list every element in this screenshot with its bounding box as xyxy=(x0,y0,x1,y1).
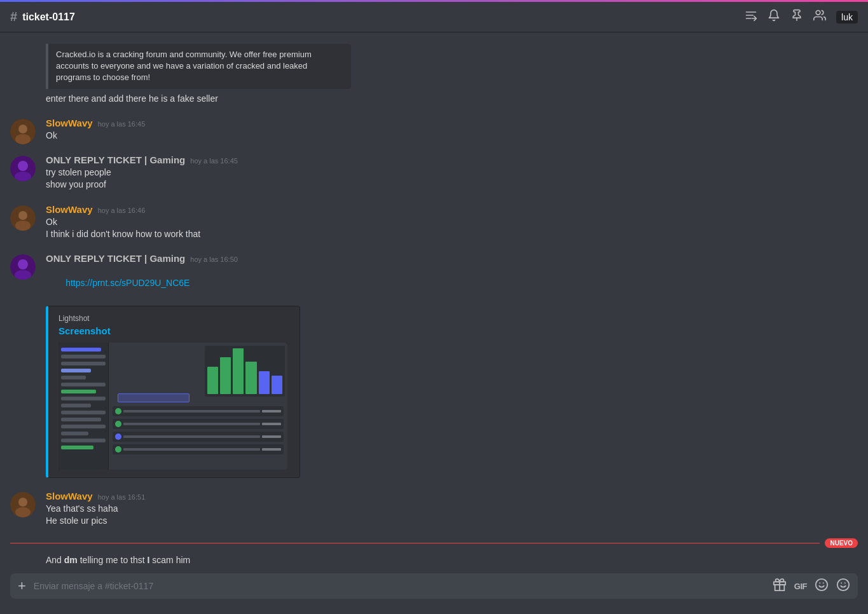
message-content-3: ONLY REPLY TICKET | Gaming hoy a las 16:… xyxy=(46,154,858,191)
nuevo-badge: NUEVO xyxy=(825,538,858,548)
members-icon[interactable] xyxy=(813,9,826,25)
message-content-6: SlowWavy hoy a las 16:51 Yea that's ss h… xyxy=(46,491,858,528)
message-group-4: SlowWavy hoy a las 16:46 OkI think i did… xyxy=(0,203,868,242)
svg-point-7 xyxy=(18,125,27,133)
link-url[interactable]: https://prnt.sc/sPUD29U_NC6E xyxy=(65,278,189,288)
timestamp-5: hoy a las 16:50 xyxy=(190,256,238,263)
add-attachment-button[interactable]: + xyxy=(18,578,26,594)
timestamp-6: hoy a las 16:51 xyxy=(98,493,146,501)
channel-name: ticket-0117 xyxy=(22,11,75,23)
message-text-3: try stolen people show you proof xyxy=(46,167,858,191)
avatar-bot-1 xyxy=(10,156,36,181)
svg-point-16 xyxy=(18,259,28,269)
threads-icon[interactable] xyxy=(745,9,757,25)
timestamp-2: hoy a las 16:45 xyxy=(98,120,146,128)
input-box: + GIF xyxy=(10,573,858,599)
message-text-7: And dm telling me to thst I scam him xyxy=(46,554,858,566)
fake-ss-messages xyxy=(113,406,284,470)
new-divider: NUEVO xyxy=(0,533,868,553)
message-header-2: SlowWavy hoy a las 16:45 xyxy=(46,118,858,128)
list-item xyxy=(113,406,284,416)
gif-icon[interactable]: GIF xyxy=(794,582,807,591)
message-header-6: SlowWavy hoy a las 16:51 xyxy=(46,491,858,501)
message-content-4: SlowWavy hoy a las 16:46 OkI think i did… xyxy=(46,204,858,241)
username-4[interactable]: SlowWavy xyxy=(46,204,93,215)
channel-hash-icon: # xyxy=(10,10,17,24)
svg-point-5 xyxy=(816,11,820,15)
username-3[interactable]: ONLY REPLY TICKET | Gaming xyxy=(46,154,185,165)
quote-block: Cracked.io is a cracking forum and commu… xyxy=(46,44,351,89)
emoji-icon[interactable] xyxy=(836,578,850,595)
top-bar: # ticket-0117 xyxy=(0,2,868,32)
avatar-slowwavy-3 xyxy=(10,492,36,517)
svg-point-23 xyxy=(816,578,827,590)
message-group-6: SlowWavy hoy a las 16:51 Yea that's ss h… xyxy=(0,489,868,529)
message-input[interactable] xyxy=(34,573,765,599)
fake-ss-chart xyxy=(205,346,285,397)
list-item xyxy=(113,419,284,429)
message-text-5: https://prnt.sc/sPUD29U_NC6E xyxy=(46,265,858,302)
message-content-1: Cracked.io is a cracking forum and commu… xyxy=(46,44,858,105)
message-text-1: enter there and add there he is a fake s… xyxy=(46,93,858,105)
fake-ss-sidebar xyxy=(59,343,109,470)
svg-point-20 xyxy=(15,507,31,517)
svg-point-19 xyxy=(18,498,27,507)
link-card-provider: Lightshot xyxy=(59,314,289,323)
fake-ss-main xyxy=(109,343,287,470)
username-6[interactable]: SlowWavy xyxy=(46,491,93,501)
message-header-4: SlowWavy hoy a las 16:46 xyxy=(46,204,858,215)
bell-icon[interactable] xyxy=(768,9,780,25)
message-group-2: SlowWavy hoy a las 16:45 Ok xyxy=(0,116,868,143)
link-embed-card: Lightshot Screenshot xyxy=(46,306,300,478)
username-2[interactable]: SlowWavy xyxy=(46,118,93,128)
link-card-title[interactable]: Screenshot xyxy=(59,325,289,336)
message-content-7: And dm telling me to thst I scam him xyxy=(46,554,858,566)
svg-point-14 xyxy=(15,221,31,231)
message-group-1: Cracked.io is a cracking forum and commu… xyxy=(0,43,868,106)
message-text-2: Ok xyxy=(46,130,858,142)
message-content-5: ONLY REPLY TICKET | Gaming hoy a las 16:… xyxy=(46,253,858,478)
quote-text: Cracked.io is a cracking forum and commu… xyxy=(56,50,312,82)
pin-icon[interactable] xyxy=(790,9,803,25)
avatar-slowwavy-2 xyxy=(10,205,36,231)
timestamp-4: hoy a las 16:46 xyxy=(98,207,146,214)
avatar-bot-2 xyxy=(10,254,36,280)
nuevo-section: NUEVO And dm telling me to thst I scam h… xyxy=(0,533,868,568)
user-name: luk xyxy=(836,11,858,24)
list-item xyxy=(113,432,284,442)
messages-area: Cracked.io is a cracking forum and commu… xyxy=(0,32,868,573)
message-text-6: Yea that's ss hahaHe stole ur pics xyxy=(46,503,858,528)
input-area: + GIF xyxy=(0,573,868,614)
top-bar-left: # ticket-0117 xyxy=(10,10,740,24)
sticker-icon[interactable] xyxy=(815,578,829,595)
message-content-2: SlowWavy hoy a las 16:45 Ok xyxy=(46,118,858,142)
username-5[interactable]: ONLY REPLY TICKET | Gaming xyxy=(46,253,185,264)
avatar-slowwavy-1 xyxy=(10,119,36,144)
message-group-3: ONLY REPLY TICKET | Gaming hoy a las 16:… xyxy=(0,153,868,193)
input-icons: GIF xyxy=(773,578,850,595)
svg-point-26 xyxy=(837,578,849,590)
list-item xyxy=(113,444,284,454)
top-bar-right: luk xyxy=(745,9,858,25)
timestamp-3: hoy a las 16:45 xyxy=(190,157,238,165)
message-group-7: And dm telling me to thst I scam him xyxy=(0,553,868,568)
fake-ss-highlight xyxy=(118,393,189,402)
message-header-3: ONLY REPLY TICKET | Gaming hoy a las 16:… xyxy=(46,154,858,165)
fake-screenshot xyxy=(59,343,287,470)
divider-line xyxy=(10,543,820,543)
message-header-5: ONLY REPLY TICKET | Gaming hoy a las 16:… xyxy=(46,253,858,264)
message-text-4: OkI think i did don't know how to work t… xyxy=(46,216,858,241)
svg-point-13 xyxy=(18,211,27,220)
gift-icon[interactable] xyxy=(773,578,787,595)
svg-point-10 xyxy=(18,161,28,171)
message-group-5: ONLY REPLY TICKET | Gaming hoy a las 16:… xyxy=(0,252,868,479)
svg-point-8 xyxy=(15,134,31,144)
link-card-image xyxy=(59,343,287,470)
